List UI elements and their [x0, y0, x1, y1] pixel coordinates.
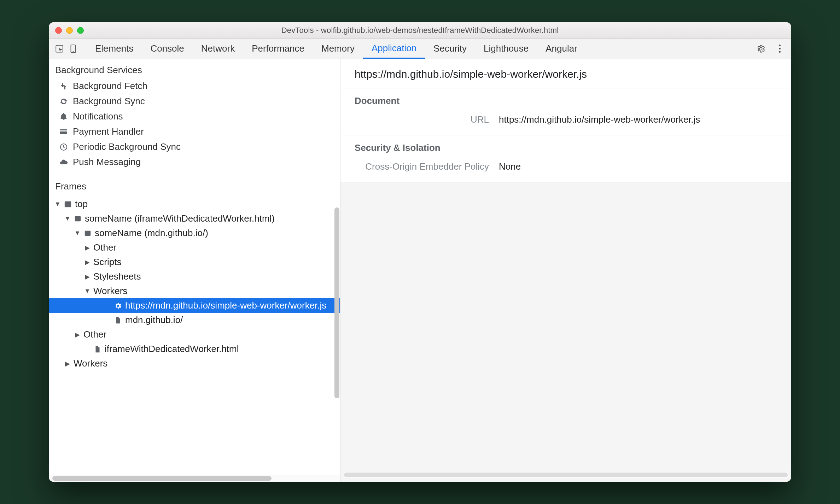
devtools-window: DevTools - wolfib.github.io/web-demos/ne… — [49, 22, 791, 482]
sidebar-item-label: Background Sync — [73, 96, 145, 107]
svg-rect-3 — [65, 201, 71, 207]
kv-row: Cross-Origin Embedder PolicyNone — [355, 160, 777, 173]
sidebar-item-background-fetch[interactable]: Background Fetch — [49, 78, 340, 94]
settings-icon[interactable] — [755, 43, 766, 54]
tree-row[interactable]: iframeWithDedicatedWorker.html — [49, 342, 340, 356]
section-security-isolation: Security & IsolationCross-Origin Embedde… — [340, 135, 791, 182]
main-tabs: ElementsConsoleNetworkPerformanceMemoryA… — [49, 39, 791, 59]
tree-row[interactable]: ▶Stylesheets — [49, 269, 340, 284]
close-window-button[interactable] — [55, 27, 62, 34]
sidebar-item-label: Payment Handler — [73, 126, 144, 137]
tree-label: top — [75, 199, 88, 210]
sidebar-item-label: Periodic Background Sync — [73, 141, 181, 152]
tree-label: Scripts — [93, 257, 121, 268]
tree-row[interactable]: ▶Other — [49, 327, 340, 342]
section-background-services: Background Services — [49, 61, 340, 78]
tab-console[interactable]: Console — [142, 39, 192, 59]
disclosure-triangle[interactable]: ▶ — [64, 360, 71, 368]
sidebar: Background Services Background FetchBack… — [49, 59, 340, 482]
window-controls — [55, 27, 84, 34]
bell-icon — [59, 112, 69, 122]
window-icon — [64, 200, 72, 209]
tree-label: mdn.github.io/ — [125, 315, 183, 326]
kv-value: https://mdn.github.io/simple-web-worker/… — [499, 114, 700, 125]
tree-label: Other — [83, 329, 106, 340]
disclosure-triangle[interactable]: ▼ — [64, 215, 71, 222]
sidebar-item-background-sync[interactable]: Background Sync — [49, 94, 340, 109]
file-icon — [114, 316, 122, 324]
sidebar-item-push-messaging[interactable]: Push Messaging — [49, 154, 340, 170]
tab-network[interactable]: Network — [193, 39, 243, 59]
tree-row[interactable]: https://mdn.github.io/simple-web-worker/… — [49, 298, 340, 313]
tree-row[interactable]: ▶Other — [49, 240, 340, 255]
disclosure-triangle[interactable]: ▼ — [54, 200, 61, 208]
svg-rect-7 — [85, 231, 91, 235]
tree-label: someName (mdn.github.io/) — [95, 228, 208, 239]
tree-label: https://mdn.github.io/simple-web-worker/… — [125, 300, 326, 311]
section-frames: Frames — [49, 177, 340, 195]
tree-label: Workers — [74, 358, 107, 369]
fetch-icon — [59, 81, 69, 91]
tree-row[interactable]: ▼someName (mdn.github.io/) — [49, 226, 340, 240]
disclosure-triangle[interactable]: ▶ — [84, 258, 91, 266]
sidebar-item-payment-handler[interactable]: Payment Handler — [49, 124, 340, 139]
cloud-icon — [59, 157, 69, 167]
sidebar-item-label: Background Fetch — [73, 81, 147, 92]
disclosure-triangle[interactable]: ▶ — [84, 244, 91, 252]
tree-row[interactable]: ▶Scripts — [49, 255, 340, 269]
tree-row[interactable]: ▼Workers — [49, 284, 340, 298]
disclosure-triangle[interactable]: ▼ — [74, 229, 81, 237]
tree-row[interactable]: ▼someName (iframeWithDedicatedWorker.htm… — [49, 211, 340, 226]
tree-row[interactable]: ▼top — [49, 197, 340, 211]
sidebar-item-label: Push Messaging — [73, 157, 141, 168]
section-title: Security & Isolation — [355, 142, 777, 153]
section-document: DocumentURLhttps://mdn.github.io/simple-… — [340, 88, 791, 135]
kv-key: URL — [355, 114, 489, 125]
tab-performance[interactable]: Performance — [243, 39, 313, 59]
minimize-window-button[interactable] — [66, 27, 73, 34]
tree-row[interactable]: ▶Workers — [49, 356, 340, 371]
tab-security[interactable]: Security — [425, 39, 475, 59]
card-icon — [59, 127, 69, 137]
details-pane: https://mdn.github.io/simple-web-worker/… — [340, 59, 791, 482]
tab-memory[interactable]: Memory — [313, 39, 363, 59]
tab-elements[interactable]: Elements — [87, 39, 142, 59]
titlebar: DevTools - wolfib.github.io/web-demos/ne… — [49, 22, 791, 39]
tree-label: Stylesheets — [93, 271, 141, 282]
details-header: https://mdn.github.io/simple-web-worker/… — [340, 59, 791, 88]
sidebar-item-label: Notifications — [73, 111, 123, 122]
tree-label: Other — [93, 242, 116, 253]
kv-row: URLhttps://mdn.github.io/simple-web-work… — [355, 113, 777, 126]
main-hscroll[interactable] — [344, 471, 788, 478]
kv-key: Cross-Origin Embedder Policy — [355, 161, 489, 172]
tree-label: Workers — [93, 286, 127, 297]
clock-icon — [59, 142, 69, 152]
kv-value: None — [499, 161, 521, 172]
sidebar-item-periodic-background-sync[interactable]: Periodic Background Sync — [49, 139, 340, 154]
file-icon — [93, 345, 102, 353]
toolbar-left — [54, 39, 83, 59]
tree-label: iframeWithDedicatedWorker.html — [105, 344, 239, 354]
sidebar-item-notifications[interactable]: Notifications — [49, 109, 340, 124]
inspect-element-icon[interactable] — [54, 43, 65, 54]
gear-icon — [114, 301, 122, 310]
sidebar-hscroll[interactable] — [49, 475, 340, 482]
frame-icon — [83, 229, 92, 238]
tab-angular[interactable]: Angular — [537, 39, 586, 59]
tree-row[interactable]: mdn.github.io/ — [49, 313, 340, 327]
tree-label: someName (iframeWithDedicatedWorker.html… — [85, 213, 275, 224]
sidebar-scrollbar[interactable] — [334, 59, 340, 468]
device-toolbar-icon[interactable] — [68, 43, 79, 54]
disclosure-triangle[interactable]: ▶ — [84, 273, 91, 281]
sync-icon — [59, 96, 69, 106]
svg-rect-5 — [75, 216, 81, 221]
disclosure-triangle[interactable]: ▶ — [74, 331, 81, 339]
more-menu-icon[interactable] — [776, 45, 783, 53]
disclosure-triangle[interactable]: ▼ — [84, 287, 91, 295]
frame-icon — [74, 215, 82, 223]
zoom-window-button[interactable] — [77, 27, 84, 34]
tab-application[interactable]: Application — [363, 39, 425, 59]
window-title: DevTools - wolfib.github.io/web-demos/ne… — [49, 26, 791, 35]
section-title: Document — [355, 95, 777, 106]
tab-lighthouse[interactable]: Lighthouse — [475, 39, 537, 59]
